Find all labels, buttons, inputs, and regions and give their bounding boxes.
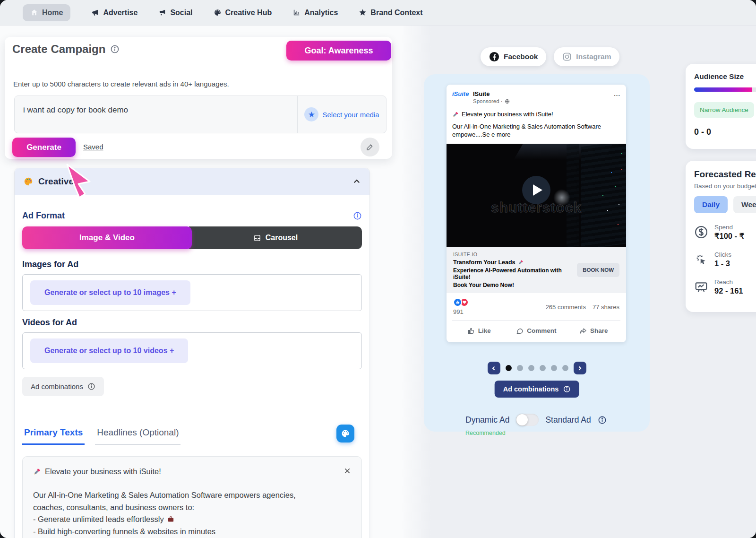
nav-item-social[interactable]: Social <box>158 9 192 17</box>
instagram-tab[interactable]: Instagram <box>554 47 619 66</box>
like-reaction-icon <box>453 298 462 307</box>
tab-image-video[interactable]: Image & Video <box>22 226 192 249</box>
ad-format-label: Ad Format <box>22 211 353 221</box>
nav-item-analytics[interactable]: Analytics <box>292 9 338 17</box>
spend-label: Spend <box>714 224 744 231</box>
home-icon <box>30 9 38 17</box>
sponsored-label: Sponsored · <box>473 98 503 104</box>
generate-videos-button[interactable]: Generate or select up to 10 videos + <box>30 338 188 363</box>
play-button[interactable] <box>522 176 550 204</box>
nav-item-advertise[interactable]: Advertise <box>91 9 137 17</box>
audience-size-meter <box>694 87 756 92</box>
primary-text-line: - Generate unlimited leads effortlessly <box>33 513 351 526</box>
chart-icon <box>292 9 301 17</box>
palette-icon <box>23 176 34 187</box>
ad-type-row: Dynamic Ad Standard Ad <box>465 414 607 426</box>
comment-button[interactable]: Comment <box>507 323 565 338</box>
preview-carousel-controls <box>424 362 650 374</box>
nav-label: Social <box>170 9 192 17</box>
share-icon <box>579 327 587 335</box>
audience-size-card: Audience Size Narrow Audience 0 - 0 <box>686 64 756 149</box>
reach-value: 92 - 161 <box>714 286 743 295</box>
share-button[interactable]: Share <box>565 323 622 338</box>
top-navigation: Home Advertise Social Creative Hub Analy… <box>0 0 756 26</box>
carousel-dot[interactable] <box>506 365 512 371</box>
link-title: Transform Your Leads <box>453 259 515 266</box>
post-body-text[interactable]: Our All-in-One Marketing & Sales Automat… <box>452 122 620 139</box>
audience-size-title: Audience Size <box>694 72 756 81</box>
carousel-icon <box>253 234 261 242</box>
carousel-prev-button[interactable] <box>488 362 500 374</box>
rocket-icon <box>452 111 459 118</box>
nav-item-home[interactable]: Home <box>23 4 70 21</box>
star-icon <box>359 9 367 17</box>
creative-title: Creative <box>38 176 348 187</box>
chevron-up-icon[interactable] <box>352 177 361 186</box>
close-icon[interactable] <box>344 467 351 475</box>
info-icon[interactable] <box>110 44 120 54</box>
info-icon[interactable] <box>353 211 362 220</box>
tab-carousel[interactable]: Carousel <box>189 226 362 249</box>
nav-label: Advertise <box>103 9 137 17</box>
edit-button[interactable] <box>361 138 379 156</box>
tab-headlines[interactable]: Headlines (Optional) <box>95 427 180 445</box>
advertise-icon <box>91 9 99 17</box>
shares-count[interactable]: 77 shares <box>593 304 619 311</box>
carousel-dot[interactable] <box>551 365 557 371</box>
comment-label: Comment <box>527 327 556 334</box>
prompt-input[interactable]: i want ad copy for book demo <box>15 96 297 133</box>
ad-preview-panel: iSuite ISuite Sponsored · ... Elevate yo… <box>424 74 650 432</box>
ad-combinations-chip[interactable]: Ad combinations <box>22 377 104 396</box>
nav-item-creative-hub[interactable]: Creative Hub <box>214 9 272 17</box>
facebook-tab[interactable]: Facebook <box>481 47 546 66</box>
recommended-label: Recommended <box>465 430 506 436</box>
creative-header[interactable]: Creative <box>15 168 369 195</box>
info-icon[interactable] <box>598 416 607 425</box>
briefcase-icon <box>167 516 174 523</box>
carousel-next-button[interactable] <box>574 362 586 374</box>
nav-label: Home <box>42 9 63 17</box>
brand-avatar: iSuite <box>452 90 471 104</box>
theme-palette-button[interactable] <box>336 425 354 443</box>
pencil-icon <box>366 143 374 151</box>
texts-tabs: Primary Texts Headlines (Optional) <box>22 427 362 445</box>
select-media-button[interactable]: ★ Select your media <box>297 96 386 133</box>
tab-primary-texts[interactable]: Primary Texts <box>22 427 85 445</box>
goal-badge: Goal: Awareness <box>286 41 391 61</box>
ad-type-toggle[interactable] <box>516 414 539 426</box>
creative-section: Creative Ad Format Image & Video Carouse… <box>14 168 370 538</box>
comments-count[interactable]: 265 comments <box>546 304 586 311</box>
clicks-metric: Clicks 1 - 3 <box>694 251 756 268</box>
dynamic-ad-label: Dynamic Ad <box>465 415 509 425</box>
like-button[interactable]: Like <box>450 323 507 338</box>
ad-format-tabs: Image & Video Carousel <box>22 226 362 249</box>
carousel-dot[interactable] <box>540 365 546 371</box>
generate-images-button[interactable]: Generate or select up to 10 images + <box>30 280 190 305</box>
video-art <box>621 153 622 154</box>
chevron-left-icon <box>491 365 497 371</box>
page-title: Create Campaign <box>12 43 105 56</box>
instagram-label: Instagram <box>576 52 611 61</box>
tab-weekly[interactable]: Weekly <box>733 196 756 213</box>
thumb-up-icon <box>467 327 475 335</box>
reaction-count: 991 <box>453 308 469 315</box>
post-menu-button[interactable]: ... <box>614 90 620 97</box>
ad-combinations-button[interactable]: Ad combinations <box>495 381 579 398</box>
generate-button[interactable]: Generate <box>12 138 76 157</box>
carousel-dot[interactable] <box>528 365 534 371</box>
tab-label: Image & Video <box>79 233 135 243</box>
tab-daily[interactable]: Daily <box>694 196 728 213</box>
carousel-dot[interactable] <box>562 365 568 371</box>
megaphone-icon <box>158 9 166 17</box>
images-box: Generate or select up to 10 images + <box>22 274 362 311</box>
audience-status-badge: Narrow Audience <box>694 102 754 118</box>
carousel-dot[interactable] <box>517 365 523 371</box>
saved-link[interactable]: Saved <box>83 143 103 151</box>
nav-item-brand-context[interactable]: Brand Context <box>359 9 422 17</box>
ad-combinations-label: Ad combinations <box>31 382 83 390</box>
platform-toggle: Facebook Instagram <box>481 47 619 66</box>
images-for-ad-label: Images for Ad <box>22 260 362 269</box>
spend-metric: Spend ₹100 - ₹ <box>694 224 756 241</box>
link-preview-bar[interactable]: ISUITE.IO Transform Your Leads Experienc… <box>447 247 626 293</box>
book-now-button[interactable]: BOOK NOW <box>577 263 619 277</box>
